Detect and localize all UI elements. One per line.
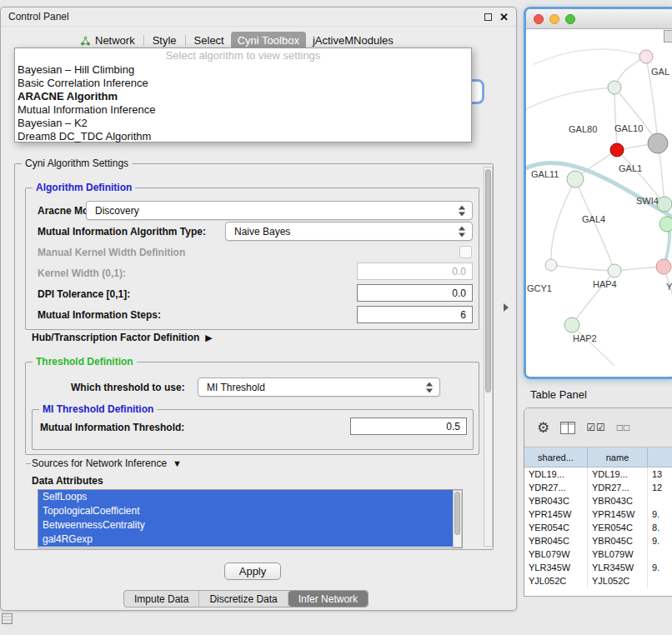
network-canvas-svg: GALGAL80GAL10GAL11GAL1SWI4GAL4GCY1HAP4HA…	[526, 29, 672, 377]
data-attribute-item[interactable]: SelfLoops	[38, 490, 453, 504]
select-all-icon[interactable]: ☑☑	[586, 422, 606, 433]
network-node-label: GAL80	[569, 124, 597, 134]
close-window-icon[interactable]: ✕	[499, 12, 509, 22]
table-cell: YBL079W	[524, 548, 588, 561]
network-node[interactable]	[564, 318, 579, 332]
network-node[interactable]	[656, 259, 671, 274]
network-node[interactable]	[648, 133, 668, 153]
tab-discretize-data[interactable]: Discretize Data	[199, 591, 288, 607]
data-attribute-list-items: SelfLoopsTopologicalCoefficientBetweenne…	[38, 490, 462, 547]
tab-style[interactable]: Style	[146, 32, 183, 49]
network-node-label: Y	[666, 282, 672, 292]
network-canvas[interactable]: GALGAL80GAL10GAL11GAL1SWI4GAL4GCY1HAP4HA…	[526, 29, 672, 377]
network-node[interactable]	[608, 81, 621, 94]
column-header-shared[interactable]: shared...	[524, 448, 588, 467]
attribute-list-scrollbar-thumb[interactable]	[454, 492, 460, 535]
table-row[interactable]: YBR043CYBR043C	[524, 494, 672, 508]
which-threshold-select[interactable]: MI Threshold	[198, 378, 440, 397]
network-node[interactable]	[567, 171, 584, 188]
table-row[interactable]: YER054CYER054C8.	[524, 521, 672, 534]
mi-type-select[interactable]: Naive Bayes	[225, 222, 473, 241]
table-row[interactable]: YBL079WYBL079W	[524, 548, 672, 561]
tab-label: Discretize Data	[209, 593, 277, 605]
network-node[interactable]	[639, 50, 653, 63]
table-cell: YPR145W	[524, 508, 588, 521]
kernel-width-label: Kernel Width (0,1):	[38, 268, 126, 279]
settings-scrollbar-thumb[interactable]	[485, 169, 491, 392]
zoom-traffic-light[interactable]	[565, 14, 575, 24]
network-node[interactable]	[545, 259, 557, 271]
overview-box[interactable]	[664, 30, 672, 42]
aracne-mode-select[interactable]: Discovery	[86, 201, 473, 220]
network-node[interactable]	[657, 197, 672, 212]
manual-kernel-checkbox[interactable]	[459, 246, 472, 258]
algorithm-option[interactable]: Mutual Information Inference	[15, 103, 471, 117]
close-traffic-light[interactable]	[534, 14, 544, 24]
data-attribute-item[interactable]: TopologicalCoefficient	[38, 504, 453, 518]
table-cell: YDR27...	[588, 481, 648, 494]
table-cell: 9.	[648, 561, 672, 574]
network-node[interactable]	[608, 264, 621, 278]
table-cell: YDL19...	[524, 468, 588, 481]
minimize-traffic-light[interactable]	[549, 14, 559, 24]
table-row[interactable]: YDR27...YDR27...12	[524, 481, 672, 494]
algorithm-option[interactable]: Bayesian – Hill Climbing	[15, 63, 471, 77]
mi-steps-input[interactable]: 6	[357, 306, 473, 323]
dpi-tolerance-input[interactable]: 0.0	[357, 284, 473, 302]
algorithm-option[interactable]: Basic Correlation Inference	[15, 77, 471, 90]
network-node-label: HAP2	[573, 333, 597, 343]
stepper-arrows-icon	[459, 226, 466, 237]
control-panel-titlebar: Control Panel ✕	[1, 8, 516, 27]
algorithm-option[interactable]: Bayesian – K2	[15, 117, 471, 130]
data-attribute-list[interactable]: SelfLoopsTopologicalCoefficientBetweenne…	[38, 489, 463, 548]
attribute-list-scrollbar[interactable]	[453, 490, 462, 548]
network-node-label: GAL4	[582, 214, 605, 224]
column-header-extra[interactable]	[648, 448, 672, 467]
data-attribute-item[interactable]: BetweennessCentrality	[38, 518, 453, 532]
table-row[interactable]: YDL19...YDL19...13	[524, 468, 672, 481]
table-row[interactable]: YJL052CYJL052C	[524, 574, 672, 588]
column-browser-icon[interactable]	[560, 422, 575, 434]
window-title: Control Panel	[8, 11, 69, 22]
tab-impute-data[interactable]: Impute Data	[124, 591, 199, 607]
settings-scrollbar[interactable]	[484, 167, 493, 547]
mi-threshold-input[interactable]: 0.5	[350, 418, 467, 435]
algorithm-option[interactable]: ARACNE Algorithm	[15, 90, 471, 103]
tab-infer-network[interactable]: Infer Network	[288, 591, 368, 607]
aracne-mode-value: Discovery	[95, 205, 139, 217]
tab-network[interactable]: Network	[73, 32, 142, 49]
tab-cyni-toolbox[interactable]: Cyni Toolbox	[231, 32, 306, 49]
table-panel-window: ⚙ ☑☑ □□ shared... name YDL19...YDL19...1…	[524, 408, 672, 597]
panel-resize-arrow-icon[interactable]	[504, 303, 509, 312]
network-node[interactable]	[659, 217, 672, 232]
apply-button[interactable]: Apply	[224, 562, 281, 580]
table-cell: YJL052C	[588, 574, 648, 588]
sources-section-toggle[interactable]: Sources for Network Inference ▼	[32, 458, 182, 469]
mi-threshold-value: 0.5	[446, 421, 460, 432]
gear-icon[interactable]: ⚙	[537, 421, 549, 435]
mi-threshold-group-title: MI Threshold Definition	[39, 403, 157, 415]
table-cell: 12	[648, 481, 672, 494]
table-cell: YBL079W	[588, 548, 648, 561]
network-node[interactable]	[610, 143, 624, 157]
tab-separator	[185, 35, 186, 46]
collapsed-panel-icon[interactable]	[2, 613, 13, 624]
table-panel-title: Table Panel	[530, 388, 587, 401]
network-node-label: GAL10	[614, 123, 643, 133]
column-header-name[interactable]: name	[588, 448, 648, 467]
table-row[interactable]: YBR045CYBR045C9.	[524, 534, 672, 548]
table-cell: YBR043C	[524, 494, 588, 508]
sources-section-label: Sources for Network Inference	[32, 458, 167, 469]
table-row[interactable]: YLR345WYLR345W9.	[524, 561, 672, 574]
float-window-icon[interactable]	[484, 13, 492, 21]
table-cell: 9.	[648, 534, 672, 548]
hub-section-toggle[interactable]: Hub/Transcription Factor Definition ▶	[32, 332, 213, 343]
deselect-all-icon[interactable]: □□	[617, 422, 631, 433]
table-row[interactable]: YPR145WYPR145W9.	[524, 508, 672, 521]
algorithm-option[interactable]: Dream8 DC_TDC Algorithm	[15, 130, 471, 143]
kernel-width-input[interactable]: 0.0	[357, 262, 473, 280]
network-edge	[614, 88, 658, 143]
tab-jactivemnodules[interactable]: jActiveMNodules	[306, 32, 400, 49]
data-attribute-item[interactable]: gal4RGexp	[38, 532, 453, 547]
tab-select[interactable]: Select	[188, 32, 231, 49]
